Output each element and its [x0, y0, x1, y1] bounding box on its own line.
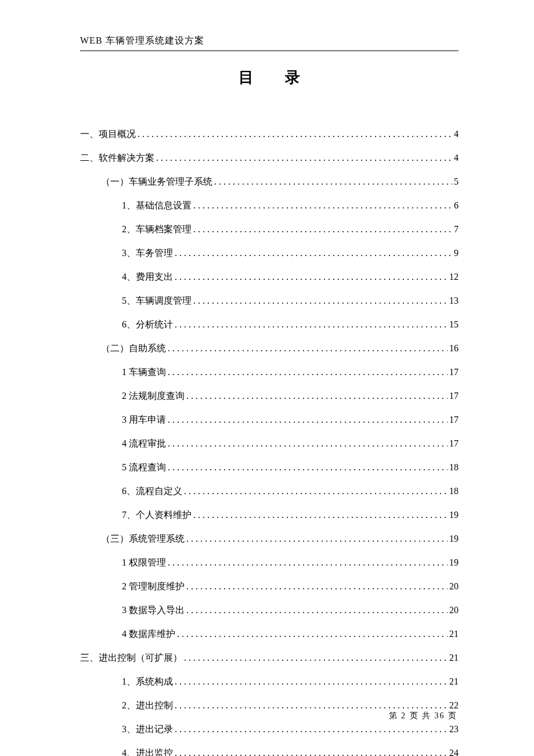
toc-entry-label: 1、基础信息设置	[122, 200, 192, 212]
toc-entry-label: 4、费用支出	[122, 271, 173, 283]
toc-entry-label: 2、进出控制	[122, 700, 173, 712]
toc-entry-label: 4 数据库维护	[122, 628, 175, 640]
toc-entry-label: 1 权限管理	[122, 557, 166, 569]
toc-entry-page: 22	[449, 700, 459, 711]
toc-leader-dots	[186, 391, 448, 401]
toc-entry-label: 一、项目概况	[80, 128, 136, 141]
toc-entry-page: 19	[449, 534, 459, 544]
toc-entry-page: 19	[449, 510, 459, 520]
toc-entry-label: 二、软件解决方案	[80, 152, 154, 164]
toc-leader-dots	[214, 177, 452, 187]
toc-entry-page: 17	[449, 415, 459, 425]
toc-entry-label: 1、系统构成	[122, 676, 173, 688]
toc-leader-dots	[175, 700, 448, 711]
toc-leader-dots	[168, 343, 448, 354]
toc-entry-label: 1 车辆查询	[122, 366, 166, 379]
toc-entry: 6、分析统计15	[80, 319, 459, 331]
table-of-contents: 一、项目概况4二、软件解决方案4（一）车辆业务管理子系统51、基础信息设置62、…	[80, 128, 459, 756]
toc-entry-page: 13	[449, 296, 459, 306]
toc-entry-page: 6	[454, 200, 459, 211]
document-page: WEB 车辆管理系统建设方案 目 录 一、项目概况4二、软件解决方案4（一）车辆…	[0, 0, 534, 756]
toc-entry-label: 3 用车申请	[122, 414, 166, 426]
toc-entry-label: （三）系统管理系统	[101, 533, 185, 545]
toc-entry-page: 5	[454, 177, 459, 187]
toc-entry: 5、车辆调度管理13	[80, 295, 459, 307]
toc-leader-dots	[186, 534, 448, 544]
toc-entry-label: （一）车辆业务管理子系统	[101, 176, 212, 188]
toc-leader-dots	[138, 129, 452, 139]
toc-entry-label: 3 数据导入导出	[122, 604, 185, 617]
toc-entry: 3、车务管理9	[80, 247, 459, 260]
toc-entry: 4 流程审批17	[80, 438, 459, 450]
toc-leader-dots	[193, 510, 448, 520]
toc-entry-page: 12	[449, 272, 459, 282]
toc-entry-page: 21	[449, 653, 459, 663]
toc-leader-dots	[184, 653, 448, 663]
toc-leader-dots	[175, 272, 448, 282]
toc-entry: 1 车辆查询17	[80, 366, 459, 379]
toc-leader-dots	[186, 581, 448, 592]
toc-leader-dots	[156, 153, 452, 163]
toc-leader-dots	[177, 629, 448, 639]
toc-entry-page: 15	[449, 319, 459, 330]
toc-leader-dots	[193, 200, 452, 211]
toc-leader-dots	[175, 724, 448, 735]
toc-leader-dots	[175, 748, 448, 756]
toc-entry-page: 17	[449, 391, 459, 401]
toc-entry-label: 5、车辆调度管理	[122, 295, 192, 307]
toc-leader-dots	[184, 486, 448, 496]
toc-entry-label: （二）自助系统	[101, 343, 166, 355]
toc-entry-label: 7、个人资料维护	[122, 509, 192, 521]
toc-entry-page: 21	[449, 629, 459, 639]
page-footer: 第 2 页 共 36 页	[389, 711, 458, 721]
toc-entry: 3 数据导入导出20	[80, 604, 459, 617]
toc-entry: 7、个人资料维护19	[80, 509, 459, 521]
toc-entry-page: 24	[449, 748, 459, 756]
toc-entry-label: 2、车辆档案管理	[122, 224, 192, 236]
toc-entry: 三、进出控制（可扩展）21	[80, 652, 459, 664]
toc-leader-dots	[168, 462, 448, 473]
toc-entry-label: 三、进出控制（可扩展）	[80, 652, 182, 664]
toc-entry-page: 23	[449, 724, 459, 735]
toc-leader-dots	[168, 557, 448, 568]
toc-entry-label: 4、进出监控	[122, 747, 173, 756]
toc-entry: 2、进出控制22	[80, 700, 459, 712]
toc-entry: 1、基础信息设置6	[80, 200, 459, 212]
toc-entry-page: 18	[449, 486, 459, 496]
running-header: WEB 车辆管理系统建设方案	[80, 35, 459, 51]
toc-leader-dots	[175, 248, 452, 258]
toc-entry-label: 6、流程自定义	[122, 485, 182, 498]
toc-entry-label: 4 流程审批	[122, 438, 166, 450]
toc-entry: 1、系统构成21	[80, 676, 459, 688]
toc-entry: 2 管理制度维护20	[80, 581, 459, 593]
toc-entry-page: 20	[449, 581, 459, 592]
toc-entry-page: 4	[454, 153, 459, 163]
toc-entry: 一、项目概况4	[80, 128, 459, 141]
toc-entry-page: 20	[449, 605, 459, 615]
toc-entry-label: 3、车务管理	[122, 247, 173, 260]
toc-leader-dots	[193, 296, 448, 306]
toc-entry-page: 9	[454, 248, 459, 258]
toc-entry-label: 2 法规制度查询	[122, 390, 185, 402]
toc-entry-page: 18	[449, 462, 459, 473]
toc-entry-label: 5 流程查询	[122, 462, 166, 474]
toc-leader-dots	[193, 224, 452, 235]
toc-entry: 6、流程自定义18	[80, 485, 459, 498]
toc-entry-label: 3、进出记录	[122, 723, 173, 736]
toc-entry: 3 用车申请17	[80, 414, 459, 426]
toc-entry: 二、软件解决方案4	[80, 152, 459, 164]
toc-entry-page: 16	[449, 343, 459, 354]
toc-leader-dots	[168, 438, 448, 449]
toc-entry: 5 流程查询18	[80, 462, 459, 474]
toc-entry-page: 7	[454, 224, 459, 235]
toc-leader-dots	[175, 319, 448, 330]
toc-leader-dots	[168, 415, 448, 425]
toc-entry-label: 6、分析统计	[122, 319, 173, 331]
page-title: 目 录	[80, 67, 459, 88]
toc-entry: 4、费用支出12	[80, 271, 459, 283]
toc-entry: （一）车辆业务管理子系统5	[80, 176, 459, 188]
toc-entry-page: 17	[449, 367, 459, 377]
toc-entry: 1 权限管理19	[80, 557, 459, 569]
toc-leader-dots	[186, 605, 448, 615]
toc-entry: 4 数据库维护21	[80, 628, 459, 640]
